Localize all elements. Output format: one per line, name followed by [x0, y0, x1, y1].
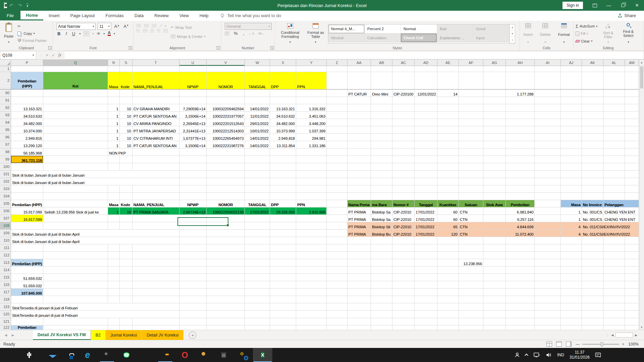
cell-V96[interactable]: 100012265454973	[207, 133, 245, 141]
cell-AI101[interactable]	[535, 170, 561, 178]
cell-Z104[interactable]	[327, 192, 347, 200]
col-header-Z[interactable]: Z	[327, 60, 347, 66]
cell-X115[interactable]	[270, 274, 296, 281]
cell-AL112[interactable]	[603, 251, 625, 259]
row-header-96[interactable]: 96	[0, 133, 11, 141]
cell-R116[interactable]	[108, 281, 119, 288]
cell-style-check-cell[interactable]: Check Cell	[401, 34, 437, 43]
select-all-corner[interactable]	[0, 60, 11, 66]
cell-AH114[interactable]	[505, 266, 535, 274]
cell-AE2[interactable]	[437, 72, 459, 89]
cell-AD104[interactable]	[415, 192, 437, 200]
cell-AL105[interactable]: Pelanggan	[603, 200, 639, 207]
cell-P118[interactable]	[11, 296, 43, 303]
cell-AL117[interactable]	[603, 288, 625, 296]
col-header-W[interactable]: W	[245, 60, 270, 66]
cell-AL104[interactable]	[603, 192, 625, 200]
row-header-104[interactable]: 104	[0, 192, 11, 200]
taskbar-opera-button[interactable]: O	[175, 348, 195, 362]
cell-X114[interactable]	[270, 266, 296, 274]
cell-X110[interactable]	[270, 237, 296, 244]
cell-AJ98[interactable]	[561, 148, 582, 156]
customize-qat-icon[interactable]: ▾	[26, 3, 28, 8]
cell-T112[interactable]	[132, 251, 179, 259]
cell-P121[interactable]	[11, 318, 43, 325]
cell-AE112[interactable]	[437, 251, 459, 259]
orientation-icon[interactable]: ⟋	[159, 23, 162, 28]
cell-AG118[interactable]	[483, 296, 506, 303]
cell-Q103[interactable]	[43, 185, 108, 192]
cell-AF1[interactable]	[459, 66, 483, 72]
horizontal-scroll-thumb[interactable]	[615, 333, 633, 338]
cell-P2[interactable]: Pembelian (HPP)	[11, 72, 43, 89]
cell-AM98[interactable]	[625, 148, 639, 156]
cell-U1[interactable]	[179, 66, 207, 72]
cell-R111[interactable]	[108, 244, 119, 251]
cell-AB118[interactable]	[371, 296, 392, 303]
cell-AM97[interactable]	[625, 141, 639, 148]
cell-AM116[interactable]	[625, 281, 639, 288]
ribbon-tab-view[interactable]: View	[174, 11, 194, 20]
cell-AG93[interactable]	[483, 111, 506, 119]
cell-Y114[interactable]	[296, 266, 327, 274]
cell-AM1[interactable]	[625, 66, 639, 72]
cell-Q98[interactable]	[43, 148, 108, 156]
cell-Q100[interactable]	[43, 163, 108, 170]
cell-AI90[interactable]	[535, 89, 561, 97]
cell-AH106[interactable]: 6.981.840	[505, 207, 535, 215]
cell-Q91[interactable]	[43, 97, 108, 104]
cell-AE106[interactable]: 60	[437, 207, 459, 215]
ribbon-tab-formulas[interactable]: Formulas	[100, 11, 129, 20]
cell-U96[interactable]: 1,67377E+13	[179, 133, 207, 141]
tell-me-box[interactable]: Tell me what you want to do	[220, 11, 281, 20]
cell-AH111[interactable]	[505, 244, 535, 251]
cell-U106[interactable]: 2,66734E+13	[179, 207, 207, 215]
format-as-table-button[interactable]: Format as Table▾	[305, 22, 326, 45]
cell-AJ91[interactable]	[561, 97, 582, 104]
cell-S115[interactable]	[119, 274, 132, 281]
cell-AL100[interactable]	[603, 163, 625, 170]
col-header-AI[interactable]: AI	[535, 60, 561, 66]
cell-AH107[interactable]: 6.257.116	[505, 215, 535, 222]
cell-P119[interactable]: StokTersedia di januari di jual di Febua…	[11, 303, 179, 310]
cell-AL120[interactable]	[603, 310, 625, 318]
zoom-thumb[interactable]	[601, 342, 603, 346]
cell-AM90[interactable]	[625, 89, 639, 97]
cell-S90[interactable]	[119, 89, 132, 97]
cell-Z92[interactable]	[327, 104, 347, 111]
cell-P111[interactable]	[11, 244, 43, 251]
cell-U122[interactable]	[179, 325, 207, 330]
cell-P98[interactable]: 56.185.968	[11, 148, 43, 156]
cell-AC114[interactable]	[392, 266, 414, 274]
cell-V90[interactable]	[207, 89, 245, 97]
cell-AC113[interactable]	[392, 259, 414, 266]
share-button[interactable]: Share	[618, 11, 636, 20]
row-header-101[interactable]: 101	[0, 170, 11, 178]
cell-X111[interactable]	[270, 244, 296, 251]
cell-style-calculation[interactable]: Calculation	[365, 34, 401, 43]
cell-style-explanatory[interactable]: Explanatory ...	[437, 34, 473, 43]
cell-AI98[interactable]	[535, 148, 561, 156]
cell-AG95[interactable]	[483, 126, 506, 133]
cell-U116[interactable]	[179, 281, 207, 288]
cell-AB104[interactable]	[371, 192, 392, 200]
cell-S117[interactable]	[119, 288, 132, 296]
cell-AD111[interactable]	[415, 244, 437, 251]
cell-S106[interactable]: 10	[119, 207, 132, 215]
cell-AE116[interactable]	[437, 281, 459, 288]
cell-Z115[interactable]	[327, 274, 347, 281]
cell-AA113[interactable]	[347, 259, 371, 266]
cell-AB97[interactable]	[371, 141, 392, 148]
cell-AA120[interactable]	[347, 310, 371, 318]
cell-AB92[interactable]	[371, 104, 392, 111]
cell-T118[interactable]	[132, 296, 179, 303]
formula-input[interactable]	[65, 51, 644, 59]
cell-Y94[interactable]: 3.448.200	[296, 119, 327, 126]
sheet-tab-jurnal-koreksi[interactable]: Jurnal Koreksi	[106, 330, 142, 340]
cell-AA91[interactable]	[347, 97, 371, 104]
cell-AF98[interactable]	[459, 148, 483, 156]
col-header-AK[interactable]: AK	[582, 60, 603, 66]
cell-X98[interactable]	[270, 148, 296, 156]
cell-S108[interactable]	[119, 222, 132, 229]
cell-P110[interactable]: Stok di bulan Januari di jual di bulan A…	[11, 237, 179, 244]
